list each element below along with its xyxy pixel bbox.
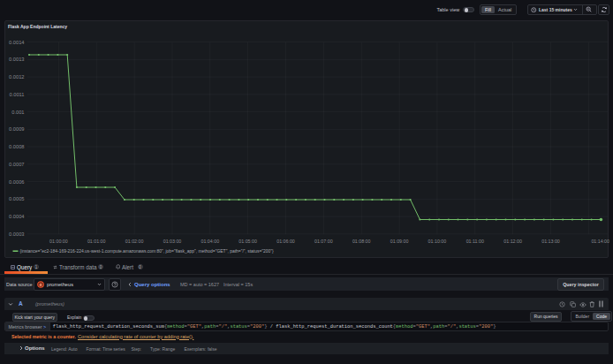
svg-text:0.0012: 0.0012 — [9, 74, 24, 80]
svg-text:0.0005: 0.0005 — [9, 196, 24, 201]
svg-text:0.0008: 0.0008 — [9, 144, 24, 149]
svg-text:01:13:00: 01:13:00 — [541, 239, 560, 244]
svg-text:0.001: 0.001 — [11, 110, 24, 115]
svg-text:01:09:00: 01:09:00 — [390, 239, 409, 244]
svg-text:0.0011: 0.0011 — [10, 92, 25, 97]
svg-text:01:14:00: 01:14:00 — [591, 239, 609, 244]
svg-text:01:06:00: 01:06:00 — [276, 239, 295, 244]
svg-text:01:10:00: 01:10:00 — [428, 239, 447, 244]
svg-text:01:05:00: 01:05:00 — [238, 239, 257, 244]
svg-text:0.0009: 0.0009 — [9, 126, 24, 132]
svg-text:01:00:00: 01:00:00 — [49, 239, 68, 244]
svg-text:01:07:00: 01:07:00 — [314, 239, 333, 244]
svg-text:01:08:00: 01:08:00 — [352, 239, 371, 244]
svg-text:01:01:00: 01:01:00 — [87, 239, 106, 244]
svg-text:0.0004: 0.0004 — [9, 214, 24, 219]
svg-text:01:11:00: 01:11:00 — [466, 239, 484, 244]
svg-text:0.0014: 0.0014 — [9, 40, 24, 45]
svg-text:01:04:00: 01:04:00 — [201, 239, 219, 244]
svg-text:{instance="ec2-184-169-216-224: {instance="ec2-184-169-216-224.us-west-1… — [20, 249, 275, 254]
svg-text:01:02:00: 01:02:00 — [125, 239, 144, 244]
svg-text:0.0003: 0.0003 — [9, 231, 24, 237]
svg-text:0.0013: 0.0013 — [9, 57, 24, 62]
svg-text:0.0006: 0.0006 — [9, 179, 24, 185]
svg-text:01:12:00: 01:12:00 — [503, 239, 522, 244]
svg-text:01:03:00: 01:03:00 — [163, 239, 182, 244]
svg-text:0.0007: 0.0007 — [9, 162, 24, 167]
